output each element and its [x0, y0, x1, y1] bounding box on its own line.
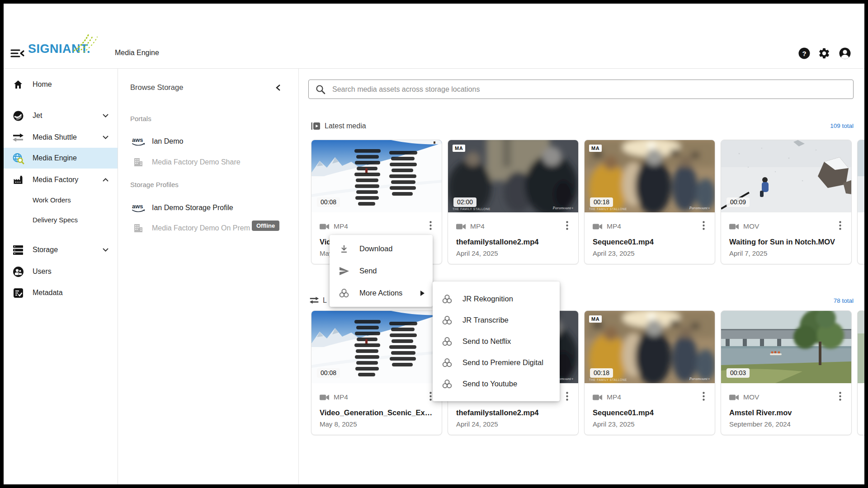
thumbnail-image	[858, 140, 864, 212]
account-icon[interactable]	[839, 47, 851, 60]
media-date: May 8, 2025	[320, 420, 434, 428]
thumbnail-caption: THE FAMILY STALLONE	[453, 207, 491, 211]
media-card[interactable]: MA 00:18 THE FAMILY STALLONE Paramount+ …	[584, 310, 715, 435]
svg-text:aws: aws	[132, 203, 143, 210]
search-bar	[308, 80, 854, 99]
kebab-menu-button[interactable]	[698, 390, 708, 402]
page-title: Media Engine	[115, 49, 159, 57]
media-title: Video_Generation_Scenic_Ext…	[320, 408, 434, 417]
portals-group-label: Portals	[130, 115, 151, 122]
kebab-menu-button[interactable]	[835, 390, 845, 402]
sidebar-item-metadata[interactable]: Metadata	[4, 282, 118, 303]
media-engine-icon	[12, 152, 24, 164]
media-card[interactable]: MA 02:00 THE FAMILY STALLONE Paramount+ …	[448, 140, 579, 264]
menu-item-download[interactable]: Download	[330, 238, 433, 260]
submenu-item-jr-rekognition[interactable]: JR Rekognition	[433, 288, 560, 310]
kebab-menu-button[interactable]	[835, 220, 845, 231]
search-icon	[315, 84, 326, 95]
submenu-item-send-to-premiere-digital[interactable]: Send to Premiere Digital	[433, 352, 560, 373]
workflow-knot-icon	[441, 294, 453, 305]
media-card[interactable]: 00:09 MOV Waiting for Sun in Notch.MOV A…	[721, 140, 852, 264]
menu-item-more-actions[interactable]: More Actions	[330, 282, 433, 304]
thumbnail-caption: Paramount+	[689, 206, 710, 210]
thumbnail-image: 00:09	[721, 140, 851, 212]
thumbnail-image: 00:08	[311, 140, 442, 212]
media-title: Amstel River.mov	[729, 408, 843, 417]
format-label: MP4	[607, 222, 621, 230]
svg-text:aws: aws	[132, 136, 143, 143]
sidebar-divider	[118, 69, 118, 484]
submenu-item-send-to-youtube[interactable]: Send to Youtube	[433, 373, 560, 394]
menu-item-send[interactable]: Send	[330, 260, 433, 282]
thumbnail-caption: THE FAMILY STALLONE	[589, 378, 627, 381]
kebab-menu-button[interactable]	[562, 220, 572, 231]
portal-item-media-factory-demo-share[interactable]: Media Factory Demo Share	[130, 156, 241, 168]
videocam-icon	[593, 223, 603, 230]
storage-profile-item-ian-demo[interactable]: aws Ian Demo Storage Profile	[130, 202, 233, 214]
media-title: Sequence01.mp4	[593, 408, 707, 417]
rating-badge: MA	[589, 315, 602, 323]
format-label: MP4	[334, 222, 348, 230]
workflow-knot-icon	[441, 336, 453, 347]
section-title-truncated: L	[323, 296, 327, 305]
media-card[interactable]: 00:08 MP4 Video_Generation_Scenic_Ext… M…	[311, 310, 442, 435]
transfers-section-icon	[309, 296, 319, 304]
media-card-partial[interactable]	[857, 310, 864, 435]
submenu-item-send-to-netflix[interactable]: Send to Netflix	[433, 331, 560, 352]
chevron-down-icon	[103, 248, 108, 252]
videocam-icon	[593, 394, 603, 401]
sidebar-item-jet[interactable]: Jet	[4, 105, 118, 126]
storage-icon	[12, 245, 24, 255]
media-card[interactable]: MA 00:18 THE FAMILY STALLONE Paramount+ …	[584, 140, 715, 264]
media-title: thefamilystallone2.mp4	[456, 238, 570, 246]
section-total-count: 109 total	[762, 122, 854, 129]
svg-text:?: ?	[802, 50, 806, 57]
more-actions-submenu: JR Rekognition JR Transcribe Send to Net…	[433, 282, 560, 401]
chevron-down-icon	[103, 114, 108, 117]
media-card-partial[interactable]	[857, 140, 864, 264]
submenu-item-jr-transcribe[interactable]: JR Transcribe	[433, 310, 560, 331]
rating-badge: MA	[453, 145, 465, 152]
search-input[interactable]	[331, 85, 847, 94]
portal-item-ian-demo[interactable]: aws Ian Demo	[130, 136, 183, 147]
media-date: April 7, 2025	[729, 249, 843, 257]
media-factory-icon	[12, 174, 24, 185]
thumbnail-image: MA 00:18 THE FAMILY STALLONE Paramount+	[585, 140, 715, 212]
app-window: SIGNIANT. Media Engine ?	[4, 4, 864, 484]
storage-profile-item-on-prem[interactable]: Media Factory Demo On Prem	[130, 222, 250, 234]
menu-collapse-icon[interactable]	[10, 47, 25, 60]
thumbnail-caption: THE FAMILY STALLONE	[589, 207, 627, 211]
sidebar-item-delivery-specs[interactable]: Delivery Specs	[4, 210, 118, 229]
media-title: Waiting for Sun in Notch.MOV	[729, 238, 843, 246]
thumbnail-image	[858, 311, 864, 383]
collapse-panel-icon[interactable]	[275, 84, 282, 91]
sidebar-item-storage[interactable]: Storage	[4, 239, 118, 260]
settings-gear-icon[interactable]	[818, 47, 830, 60]
videocam-icon	[456, 223, 466, 230]
media-date: September 26, 2024	[729, 420, 843, 428]
thumbnail-caption: Paramount+	[689, 376, 710, 381]
kebab-menu-button[interactable]	[698, 220, 708, 231]
help-icon[interactable]: ?	[798, 47, 811, 60]
chevron-up-icon	[103, 178, 108, 182]
sidebar-item-home[interactable]: Home	[4, 74, 118, 95]
media-date: April 23, 2025	[593, 249, 707, 257]
media-date: April 24, 2025	[456, 420, 570, 428]
format-label: MP4	[334, 393, 348, 401]
kebab-menu-button[interactable]	[425, 220, 435, 231]
thumbnail-image: MA 02:00 THE FAMILY STALLONE Paramount+	[448, 140, 578, 212]
videocam-icon	[320, 394, 330, 401]
videocam-icon	[729, 223, 739, 230]
sidebar-item-media-shuttle[interactable]: Media Shuttle	[4, 127, 118, 148]
metadata-icon	[12, 288, 24, 298]
kebab-menu-button[interactable]	[562, 390, 572, 402]
sidebar-item-media-engine[interactable]: Media Engine	[4, 148, 118, 169]
videocam-icon	[320, 223, 330, 230]
media-card[interactable]: 00:03 MOV Amstel River.mov September 26,…	[721, 310, 852, 435]
sidebar-item-media-factory[interactable]: Media Factory	[4, 169, 118, 190]
context-menu: Download Send More Actions	[330, 235, 433, 307]
browse-panel-divider	[298, 69, 299, 484]
thumbnail-image: 00:08	[311, 311, 442, 383]
sidebar-item-users[interactable]: Users	[4, 261, 118, 282]
sidebar-item-work-orders[interactable]: Work Orders	[4, 190, 118, 209]
